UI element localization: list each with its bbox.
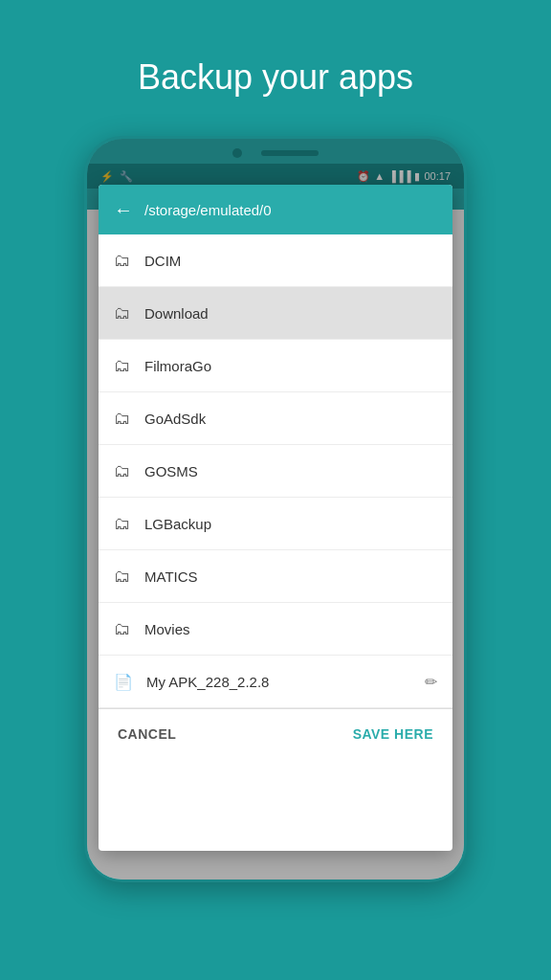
file-item-myapk[interactable]: 📄 My APK_228_2.2.8 ✏	[99, 656, 452, 708]
file-item-download[interactable]: 🗂 Download	[99, 287, 452, 340]
file-item-dcim[interactable]: 🗂 DCIM	[99, 234, 452, 287]
file-name-myapk: My APK_228_2.2.8	[146, 674, 411, 690]
folder-icon-matics: 🗂	[114, 567, 131, 587]
dialog-path-label: /storage/emulated/0	[144, 202, 272, 218]
folder-icon-dcim: 🗂	[114, 251, 131, 271]
file-name-lgbackup: LGBackup	[144, 516, 437, 532]
dialog-header: ← /storage/emulated/0	[99, 185, 452, 234]
file-name-goadsdk: GoAdSdk	[144, 411, 437, 427]
phone-shell: ⚡ 🔧 ⏰ ▲ ▐▐▐ ▮ 00:17 ← My APK M In U P R …	[84, 136, 467, 882]
edit-icon-myapk[interactable]: ✏	[425, 673, 437, 691]
file-item-filmorago[interactable]: 🗂 FilmoraGo	[99, 340, 452, 392]
dialog-back-icon[interactable]: ←	[114, 199, 133, 221]
file-item-goadsdk[interactable]: 🗂 GoAdSdk	[99, 392, 452, 445]
file-name-filmorago: FilmoraGo	[144, 358, 437, 374]
dialog-footer: CANCEL SAVE HERE	[99, 708, 452, 758]
file-name-gosms: GOSMS	[144, 463, 437, 479]
file-icon-myapk: 📄	[114, 673, 133, 691]
folder-icon-movies: 🗂	[114, 619, 131, 639]
folder-icon-lgbackup: 🗂	[114, 514, 131, 534]
file-name-movies: Movies	[144, 621, 437, 637]
file-item-gosms[interactable]: 🗂 GOSMS	[99, 445, 452, 498]
file-name-dcim: DCIM	[144, 253, 437, 269]
folder-icon-filmorago: 🗂	[114, 356, 131, 376]
file-picker-dialog: ← /storage/emulated/0 🗂 DCIM 🗂 Download …	[99, 185, 452, 851]
file-list: 🗂 DCIM 🗂 Download 🗂 FilmoraGo 🗂 GoAdSdk	[99, 234, 452, 708]
folder-icon-gosms: 🗂	[114, 461, 131, 481]
save-here-button[interactable]: SAVE HERE	[353, 726, 433, 742]
folder-icon-download: 🗂	[114, 303, 131, 323]
folder-icon-goadsdk: 🗂	[114, 409, 131, 429]
page-title: Backup your apps	[138, 57, 413, 98]
file-item-movies[interactable]: 🗂 Movies	[99, 603, 452, 656]
dialog-overlay: ← /storage/emulated/0 🗂 DCIM 🗂 Download …	[87, 139, 464, 880]
file-name-matics: MATICS	[144, 568, 437, 585]
file-name-download: Download	[144, 305, 437, 322]
file-item-lgbackup[interactable]: 🗂 LGBackup	[99, 498, 452, 550]
file-item-matics[interactable]: 🗂 MATICS	[99, 550, 452, 603]
cancel-button[interactable]: CANCEL	[118, 726, 176, 742]
